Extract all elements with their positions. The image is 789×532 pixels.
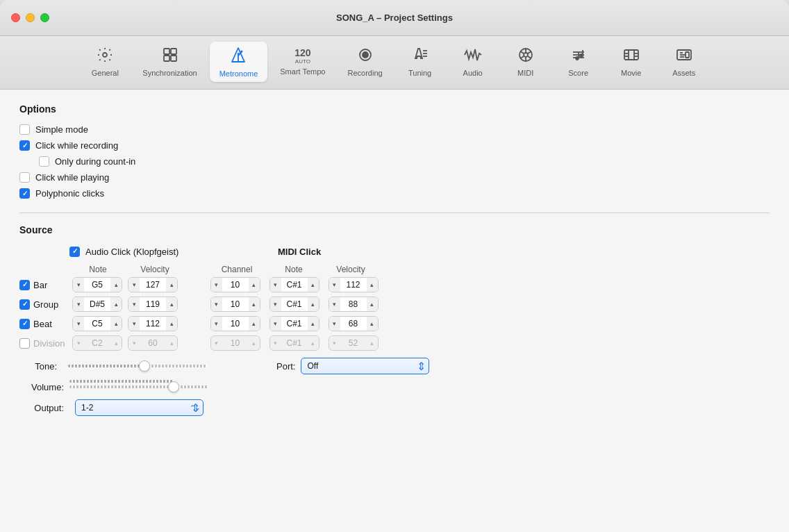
tone-slider-thumb[interactable] — [139, 360, 150, 372]
group-audio-note-down[interactable]: ▾ — [73, 297, 84, 312]
output-select[interactable]: 1-2 — [75, 399, 204, 416]
volume-label: Volume: — [19, 382, 64, 392]
tab-general[interactable]: General — [80, 42, 130, 81]
beat-midi-channel-stepper[interactable]: ▾ 10 ▴ — [210, 316, 260, 331]
group-midi-channel-value: 10 — [222, 299, 249, 309]
bar-audio-velocity-up[interactable]: ▴ — [166, 277, 177, 292]
beat-midi-note-up[interactable]: ▴ — [308, 316, 319, 331]
group-midi-note-value: C#1 — [281, 299, 308, 309]
tab-metronome[interactable]: Metronome — [210, 42, 268, 82]
beat-midi-note-stepper[interactable]: ▾ C#1 ▴ — [269, 316, 319, 331]
bar-audio-note-down[interactable]: ▾ — [73, 277, 84, 292]
svg-rect-3 — [164, 56, 169, 61]
beat-checkbox[interactable] — [19, 319, 30, 329]
division-audio-note-up[interactable]: ▴ — [110, 335, 122, 351]
division-midi-channel-down[interactable]: ▾ — [211, 335, 222, 351]
beat-audio-velocity-down[interactable]: ▾ — [128, 316, 140, 331]
group-midi-velocity-up[interactable]: ▴ — [367, 297, 378, 312]
group-checkbox[interactable] — [19, 299, 30, 310]
division-midi-note-down[interactable]: ▾ — [270, 335, 281, 351]
beat-midi-velocity-stepper[interactable]: ▾ 68 ▴ — [329, 316, 379, 331]
tab-tuning[interactable]: Tuning — [395, 42, 445, 81]
beat-audio-note-stepper[interactable]: ▾ C5 ▴ — [72, 316, 122, 331]
bar-midi-note-up[interactable]: ▴ — [308, 277, 319, 292]
group-audio-velocity-stepper[interactable]: ▾ 119 ▴ — [128, 297, 178, 312]
only-during-count-in-checkbox[interactable] — [39, 156, 49, 167]
simple-mode-checkbox[interactable] — [19, 124, 30, 135]
division-midi-note-value: C#1 — [281, 338, 308, 348]
beat-audio-velocity-stepper[interactable]: ▾ 112 ▴ — [128, 316, 178, 331]
division-audio-velocity-stepper[interactable]: ▾ 60 ▴ — [128, 335, 178, 351]
tab-synchronization[interactable]: Synchronization — [133, 42, 206, 81]
division-midi-velocity-stepper[interactable]: ▾ 52 ▴ — [329, 335, 379, 351]
volume-slider-thumb[interactable] — [168, 381, 179, 392]
tab-movie[interactable]: Movie — [606, 42, 656, 81]
audio-icon — [464, 47, 482, 66]
division-midi-note-up[interactable]: ▴ — [308, 335, 319, 351]
beat-midi-channel-up[interactable]: ▴ — [249, 316, 260, 331]
bar-audio-velocity-stepper[interactable]: ▾ 127 ▴ — [128, 277, 178, 292]
beat-midi-velocity-down[interactable]: ▾ — [329, 316, 340, 331]
division-midi-channel-stepper[interactable]: ▾ 10 ▴ — [210, 335, 260, 351]
division-audio-velocity-up[interactable]: ▴ — [166, 335, 177, 351]
tab-recording[interactable]: Recording — [338, 42, 392, 81]
beat-midi-note-down[interactable]: ▾ — [270, 316, 281, 331]
port-select[interactable]: Off — [301, 358, 429, 374]
tab-assets[interactable]: Assets — [659, 42, 709, 81]
tab-smart-tempo[interactable]: 120 AUTO Smart Tempo — [270, 44, 335, 80]
group-audio-velocity-up[interactable]: ▴ — [166, 297, 177, 312]
tab-score[interactable]: Score — [554, 42, 604, 81]
bar-audio-velocity-value: 127 — [140, 280, 166, 290]
division-midi-note-stepper[interactable]: ▾ C#1 ▴ — [269, 335, 319, 351]
beat-audio-note-down[interactable]: ▾ — [73, 316, 84, 331]
bar-audio-note-stepper[interactable]: ▾ G5 ▴ — [72, 277, 122, 292]
bar-midi-velocity-down[interactable]: ▾ — [329, 277, 340, 292]
group-midi-note-stepper[interactable]: ▾ C#1 ▴ — [269, 297, 319, 312]
division-checkbox[interactable] — [19, 338, 30, 349]
beat-audio-velocity-up[interactable]: ▴ — [166, 316, 177, 331]
division-midi-velocity-up[interactable]: ▴ — [367, 335, 378, 351]
beat-midi-channel-down[interactable]: ▾ — [211, 316, 222, 331]
group-midi-channel-up[interactable]: ▴ — [249, 297, 260, 312]
minimize-button[interactable] — [26, 13, 35, 22]
group-audio-velocity-down[interactable]: ▾ — [128, 297, 140, 312]
polyphonic-clicks-checkbox[interactable] — [19, 188, 30, 199]
group-audio-note-up[interactable]: ▴ — [110, 297, 122, 312]
bar-midi-channel-down[interactable]: ▾ — [211, 277, 222, 292]
window-title: SONG_A – Project Settings — [336, 13, 453, 23]
bar-audio-velocity-down[interactable]: ▾ — [128, 277, 140, 292]
division-midi-velocity-down[interactable]: ▾ — [329, 335, 340, 351]
tab-score-label: Score — [568, 69, 588, 77]
division-audio-note-down[interactable]: ▾ — [73, 335, 84, 351]
bar-midi-note-stepper[interactable]: ▾ C#1 ▴ — [269, 277, 319, 292]
click-while-playing-checkbox[interactable] — [19, 172, 30, 183]
bar-midi-note-down[interactable]: ▾ — [270, 277, 281, 292]
group-midi-note-down[interactable]: ▾ — [270, 297, 281, 312]
tab-audio[interactable]: Audio — [448, 42, 498, 81]
maximize-button[interactable] — [40, 13, 49, 22]
bar-midi-channel-up[interactable]: ▴ — [249, 277, 260, 292]
click-while-recording-checkbox[interactable] — [19, 140, 30, 151]
bar-checkbox[interactable] — [19, 280, 30, 290]
bar-midi-velocity-stepper[interactable]: ▾ 112 ▴ — [329, 277, 379, 292]
group-midi-velocity-stepper[interactable]: ▾ 88 ▴ — [329, 297, 379, 312]
audio-click-checkbox[interactable] — [69, 247, 80, 257]
bar-midi-velocity-up[interactable]: ▴ — [367, 277, 378, 292]
svg-line-21 — [520, 51, 524, 53]
group-midi-channel-down[interactable]: ▾ — [211, 297, 222, 312]
assets-icon — [676, 47, 692, 66]
bar-midi-channel-stepper[interactable]: ▾ 10 ▴ — [210, 277, 260, 292]
tab-midi[interactable]: MIDI — [501, 42, 551, 81]
division-audio-note-stepper[interactable]: ▾ C2 ▴ — [72, 335, 122, 351]
group-audio-note-stepper[interactable]: ▾ D#5 ▴ — [72, 297, 122, 312]
division-audio-velocity-down[interactable]: ▾ — [128, 335, 140, 351]
beat-audio-note-up[interactable]: ▴ — [110, 316, 122, 331]
audio-note-header: Note — [69, 265, 126, 274]
group-midi-note-up[interactable]: ▴ — [308, 297, 319, 312]
bar-audio-note-up[interactable]: ▴ — [110, 277, 122, 292]
group-midi-channel-stepper[interactable]: ▾ 10 ▴ — [210, 297, 260, 312]
close-button[interactable] — [11, 13, 20, 22]
group-midi-velocity-down[interactable]: ▾ — [329, 297, 340, 312]
beat-midi-velocity-up[interactable]: ▴ — [367, 316, 378, 331]
division-midi-channel-up[interactable]: ▴ — [249, 335, 260, 351]
